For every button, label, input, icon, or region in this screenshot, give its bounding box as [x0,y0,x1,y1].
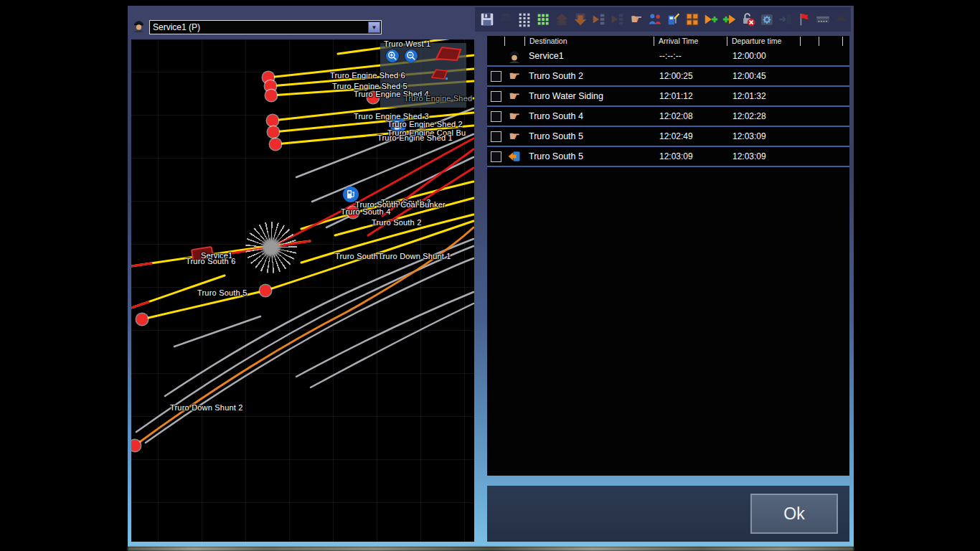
table-header: Destination Arrival Time Departure time [487,36,849,47]
map-label: Truro Down Shunt 2 [170,403,243,412]
toolbar-portal-icon[interactable] [778,11,793,27]
junction-starburst [245,222,297,273]
chevron-down-icon[interactable]: ▼ [368,22,380,33]
row-checkbox[interactable] [491,151,501,162]
col-icon [504,37,524,46]
map-label: Truro Down Shunt 1 [378,252,451,260]
map-label: Truro South 2 [372,218,421,227]
table-row[interactable]: ☛ Truro South 4 12:02:08 12:02:28 [487,107,849,127]
toolbar-consist-icon[interactable] [684,11,700,27]
hand-icon: ☛ [504,89,524,103]
map-label: Truro South 6 [186,257,235,265]
desktop-strip [128,547,854,551]
toolbar-passengers-icon[interactable] [647,11,663,27]
row-destination: Truro Water Siding [524,91,654,101]
row-destination: Truro South 5 [524,131,654,141]
col-extra-1 [800,37,819,46]
toolbar-add-after-icon[interactable] [722,11,738,27]
buffer-stop-marker[interactable] [268,126,279,138]
table-row[interactable]: Service1 --:--:-- 12:00:00 [487,47,849,67]
row-checkbox[interactable] [491,131,501,142]
buffer-stop-marker[interactable] [267,115,278,126]
row-arrival: 12:00:25 [654,71,727,81]
row-destination: Truro South 4 [524,111,654,121]
row-destination: Truro South 2 [524,71,654,81]
col-departure-time: Departure time [727,37,800,46]
footer-panel: Ok [487,486,849,542]
driver-icon [504,49,524,63]
row-arrival: --:--:-- [654,51,727,61]
toolbar-delete-icon[interactable] [498,11,514,27]
row-arrival: 12:03:09 [654,151,727,161]
row-arrival: 12:01:12 [654,91,727,101]
map-label: Truro Engine Shed [404,94,472,103]
row-destination: Service1 [524,51,654,61]
buffer-stop-marker[interactable] [265,90,277,101]
col-destination: Destination [524,37,654,46]
toolbar-add-before-icon[interactable] [703,11,719,27]
schedule-table: Destination Arrival Time Departure time … [487,36,849,476]
row-checkbox[interactable] [491,111,501,122]
hand-icon: ☛ [504,109,524,123]
row-checkbox[interactable] [491,91,501,102]
ok-button[interactable]: Ok [750,494,838,534]
map-label: Truro Engine Shed 2 [387,120,463,128]
toolbar-move-down-icon[interactable] [573,11,588,27]
toolbar-refuel-icon[interactable] [666,11,682,27]
timetable-editor-dialog: Service1 (P) ▼ ☛ [128,6,854,547]
toolbar-grid-light-icon[interactable] [517,11,532,27]
toolbar: ☛ [475,7,851,32]
map-label: Truro West 1 [384,39,430,48]
service-selector-value: Service1 (P) [150,22,368,32]
toolbar-shelter-icon[interactable] [834,11,849,27]
toolbar-insert-before-icon[interactable] [591,11,607,27]
row-departure: 12:00:00 [727,51,800,61]
toolbar-settings-icon[interactable] [759,11,775,27]
toolbar-hand-icon[interactable]: ☛ [628,11,644,27]
toolbar-move-up-icon[interactable] [554,11,570,27]
arrow-into-icon [504,149,524,164]
toolbar-insert-after-icon[interactable] [610,11,626,27]
row-arrival: 12:02:08 [654,111,727,121]
hand-icon: ☛ [504,129,524,143]
table-row[interactable]: ☛ Truro Water Siding 12:01:12 12:01:32 [487,87,849,107]
driver-icon [132,19,146,32]
toolbar-flag-icon[interactable] [796,11,812,27]
buffer-stop-marker[interactable] [270,138,281,150]
row-departure: 12:03:09 [727,151,800,161]
col-checkbox [487,37,504,46]
row-departure: 12:00:45 [727,71,800,81]
row-arrival: 12:02:49 [654,131,727,141]
hand-icon: ☛ [504,69,524,83]
service-selector[interactable]: Service1 (P) ▼ [149,20,382,34]
screen: Service1 (P) ▼ ☛ [0,0,980,551]
map-label: Truro Engine Shed 1 [377,133,453,142]
buffer-stop-marker[interactable] [136,314,148,325]
buffer-stop-marker[interactable] [260,285,271,296]
col-extra-2 [819,37,843,46]
row-departure: 12:03:09 [727,131,800,141]
table-row[interactable]: Truro South 5 12:03:09 12:03:09 [487,147,849,167]
map-view[interactable]: Truro West 1Truro Engine Shed 6Truro Eng… [131,39,474,542]
toolbar-platform-icon[interactable] [815,11,831,27]
row-departure: 12:01:32 [727,91,800,101]
col-arrival-time: Arrival Time [654,37,727,46]
row-checkbox[interactable] [491,71,501,82]
table-row[interactable]: ☛ Truro South 5 12:02:49 12:03:09 [487,127,849,147]
map-label: Truro South 5 [197,288,247,297]
toolbar-grid-green-icon[interactable] [535,11,551,27]
row-departure: 12:02:28 [727,111,800,121]
map-label: Truro South 4 [341,207,390,216]
map-label: Truro Engine Shed 6 [330,71,405,80]
toolbar-save-icon[interactable] [479,11,495,27]
toolbar-unlock-icon[interactable] [740,11,756,27]
table-row[interactable]: ☛ Truro South 2 12:00:25 12:00:45 [487,67,849,87]
row-destination: Truro South 5 [524,151,654,161]
